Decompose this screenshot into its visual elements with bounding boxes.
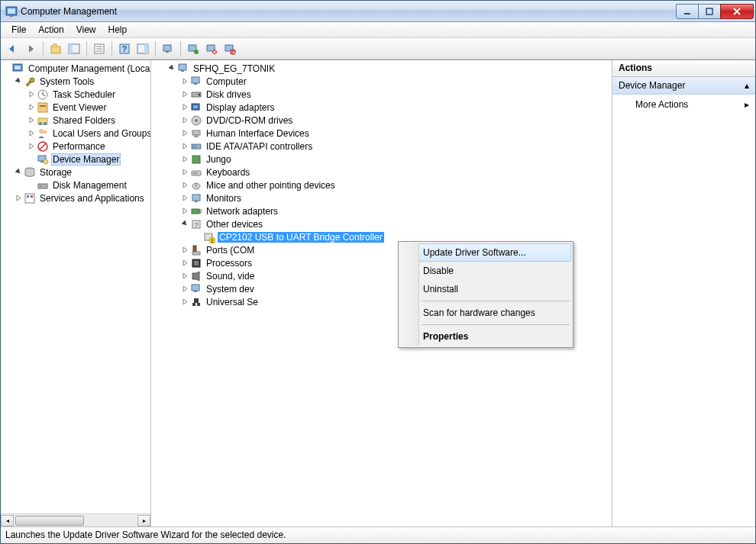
expand-icon[interactable] — [180, 193, 190, 203]
expand-icon[interactable] — [27, 102, 37, 112]
expand-icon[interactable] — [2, 63, 12, 73]
forward-button[interactable] — [22, 40, 39, 57]
device-category[interactable]: Monitors — [154, 192, 612, 204]
expand-icon[interactable] — [180, 284, 190, 294]
expand-icon[interactable] — [180, 245, 190, 255]
svg-rect-30 — [40, 105, 46, 107]
show-hide-tree-button[interactable] — [66, 40, 82, 57]
expand-icon[interactable] — [27, 89, 37, 99]
expand-icon[interactable] — [180, 76, 190, 86]
scan-hardware-button[interactable] — [160, 40, 176, 57]
back-button[interactable] — [4, 40, 21, 57]
uninstall-button[interactable] — [203, 40, 220, 57]
tree-event-viewer[interactable]: Event Viewer — [1, 101, 150, 114]
expand-icon[interactable] — [180, 297, 190, 307]
cm-scan-hardware[interactable]: Scan for hardware changes — [400, 304, 571, 322]
up-button[interactable] — [47, 40, 64, 57]
tree-label: Computer Management (Local — [27, 63, 151, 74]
device-category-icon — [190, 205, 202, 217]
collapse-icon[interactable] — [14, 167, 24, 177]
tree-performance[interactable]: Performance — [1, 140, 150, 153]
tree-services[interactable]: Services and Applications — [1, 192, 150, 204]
device-category[interactable]: Disk drives — [154, 88, 612, 101]
tree-task-scheduler[interactable]: Task Scheduler — [1, 88, 150, 101]
update-driver-button[interactable] — [185, 40, 202, 57]
cm-disable[interactable]: Disable — [400, 262, 571, 280]
scroll-left-button[interactable]: ◂ — [1, 515, 14, 526]
menu-action[interactable]: Action — [32, 23, 69, 37]
tree-root[interactable]: Computer Management (Local — [1, 62, 150, 75]
collapse-icon[interactable] — [14, 76, 24, 86]
device-root[interactable]: SFHQ_EG_7TONIK — [154, 62, 612, 75]
actions-section[interactable]: Device Manager ▴ — [612, 77, 755, 95]
device-category[interactable]: Mice and other pointing devices — [154, 179, 612, 192]
device-other-devices[interactable]: ? Other devices — [154, 217, 612, 230]
properties-button[interactable] — [91, 40, 108, 57]
context-menu: Update Driver Software... Disable Uninst… — [398, 241, 573, 348]
tree-label: System Tools — [38, 76, 95, 87]
scroll-thumb[interactable] — [15, 516, 84, 526]
tree-shared-folders[interactable]: Shared Folders — [1, 114, 150, 127]
expand-icon[interactable] — [27, 128, 37, 138]
tree-device-manager[interactable]: Device Manager — [1, 153, 150, 166]
expand-icon[interactable] — [180, 102, 190, 112]
collapse-icon[interactable] — [180, 219, 190, 229]
svg-rect-5 — [51, 47, 60, 53]
device-category[interactable]: IDE ATA/ATAPI controllers — [154, 140, 612, 153]
expand-icon[interactable] — [180, 115, 190, 125]
folder-share-icon — [37, 114, 49, 127]
device-category-icon — [190, 179, 202, 192]
app-icon — [5, 5, 18, 18]
device-category-icon — [190, 244, 202, 256]
collapse-icon[interactable] — [167, 63, 177, 73]
scroll-track[interactable] — [14, 515, 137, 526]
device-category[interactable]: Jungo — [154, 153, 612, 166]
scroll-right-button[interactable]: ▸ — [137, 515, 150, 526]
expand-icon[interactable] — [180, 271, 190, 281]
menu-file[interactable]: File — [5, 23, 32, 37]
cm-properties[interactable]: Properties — [400, 327, 571, 346]
expand-icon[interactable] — [27, 115, 37, 125]
actions-more[interactable]: More Actions ▸ — [612, 95, 755, 114]
console-tree[interactable]: Computer Management (Local System Tools … — [1, 60, 150, 206]
tree-system-tools[interactable]: System Tools — [1, 75, 150, 88]
disable-button[interactable] — [221, 40, 238, 57]
cm-update-driver[interactable]: Update Driver Software... — [400, 243, 571, 262]
expand-icon[interactable] — [180, 154, 190, 164]
tree-disk-management[interactable]: Disk Management — [1, 179, 150, 192]
maximize-button[interactable] — [698, 4, 721, 19]
expand-icon[interactable] — [180, 89, 190, 99]
tree-local-users[interactable]: Local Users and Groups — [1, 127, 150, 140]
close-button[interactable] — [720, 4, 754, 19]
device-category[interactable]: Computer — [154, 75, 612, 88]
expand-icon[interactable] — [180, 167, 190, 177]
svg-rect-83 — [192, 285, 199, 291]
minimize-button[interactable] — [676, 4, 699, 19]
expand-icon[interactable] — [193, 232, 203, 242]
svg-rect-64 — [193, 172, 195, 174]
expand-icon[interactable] — [27, 180, 37, 190]
expand-icon[interactable] — [27, 154, 37, 164]
collapse-arrow-icon: ▴ — [745, 80, 749, 91]
horizontal-scrollbar[interactable]: ◂ ▸ — [1, 513, 150, 526]
menu-help[interactable]: Help — [102, 23, 134, 37]
device-category[interactable]: Network adapters — [154, 204, 612, 217]
cm-uninstall[interactable]: Uninstall — [400, 280, 571, 298]
expand-icon[interactable] — [180, 258, 190, 268]
device-category[interactable]: Human Interface Devices — [154, 127, 612, 140]
expand-icon[interactable] — [27, 141, 37, 151]
menu-view[interactable]: View — [70, 23, 102, 37]
device-category[interactable]: DVD/CD-ROM drives — [154, 114, 612, 127]
tree-storage[interactable]: Storage — [1, 166, 150, 179]
expand-icon[interactable] — [180, 141, 190, 151]
expand-icon[interactable] — [180, 180, 190, 190]
expand-icon[interactable] — [180, 128, 190, 138]
tree-label: Universal Se — [205, 297, 260, 307]
device-category[interactable]: Keyboards — [154, 166, 612, 179]
device-category[interactable]: Display adapters — [154, 101, 612, 114]
action-pane-button[interactable] — [134, 40, 151, 57]
help-button[interactable]: ? — [116, 40, 133, 57]
expand-icon[interactable] — [14, 193, 24, 203]
expand-icon[interactable] — [180, 206, 190, 216]
tree-label: Keyboards — [205, 167, 251, 178]
